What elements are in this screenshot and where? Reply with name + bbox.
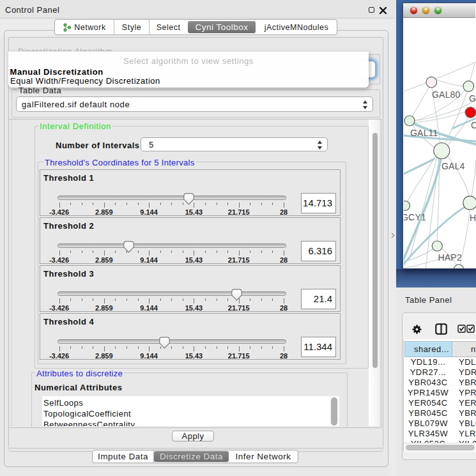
svg-text:GAL1: GAL1 [469,93,476,104]
svg-text:HAP2: HAP2 [438,252,462,263]
svg-text:H: H [470,213,476,223]
svg-text:CY: CY [471,120,476,130]
svg-text:GCY1: GCY1 [404,212,426,222]
svg-text:GAL11: GAL11 [410,128,438,138]
svg-text:GAL80: GAL80 [432,89,461,100]
svg-text:GAL4: GAL4 [441,161,465,171]
